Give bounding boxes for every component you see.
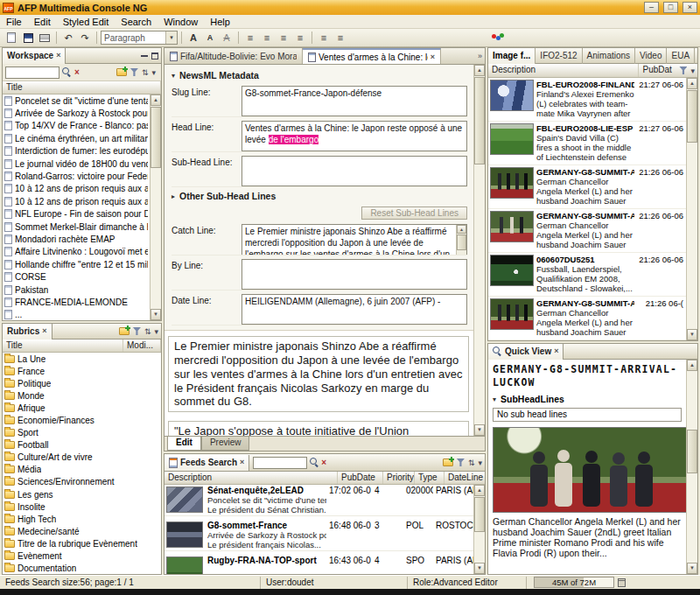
- body-paragraph[interactable]: Le Premier ministre japonais Shinzo Abe …: [168, 336, 469, 412]
- menu-item[interactable]: Edit: [28, 16, 57, 28]
- workspace-item[interactable]: Hollande chiffre "entre 12 et 15 milliar…: [3, 258, 150, 270]
- feeds-search-input[interactable]: [253, 457, 307, 469]
- print-icon[interactable]: [37, 31, 52, 46]
- menu-item[interactable]: Help: [204, 16, 236, 28]
- images-tab[interactable]: Image f...: [488, 48, 536, 64]
- scrollbar-thumb[interactable]: [687, 430, 697, 473]
- align-left-icon[interactable]: ≡: [242, 31, 258, 46]
- scrollbar-thumb[interactable]: [474, 497, 485, 532]
- column-type[interactable]: Type: [415, 472, 444, 484]
- rubric-item[interactable]: Afrique: [3, 402, 161, 414]
- column-title[interactable]: Title: [3, 81, 161, 94]
- view-menu-icon[interactable]: ▾: [154, 327, 158, 336]
- workspace-item[interactable]: ...: [3, 309, 150, 320]
- sort-icon[interactable]: ⇅: [144, 327, 151, 336]
- close-icon[interactable]: ×: [56, 52, 60, 60]
- filter-icon[interactable]: [130, 68, 138, 76]
- feeds-scrollbar[interactable]: ▲ ▼: [473, 485, 485, 574]
- feed-row[interactable]: Rugby-FRA-NA-TOP-sport 16:43 06-0 4 SPO …: [164, 555, 473, 574]
- images-tab[interactable]: IFO2-512: [536, 48, 582, 64]
- column-dateline[interactable]: DateLine: [444, 472, 485, 484]
- minimize-button[interactable]: –: [644, 2, 659, 13]
- filter-icon[interactable]: [679, 66, 687, 74]
- scroll-down-icon[interactable]: ▼: [687, 563, 697, 574]
- rubric-item[interactable]: France: [3, 365, 161, 377]
- rubric-item[interactable]: Medecine/santé: [3, 525, 161, 537]
- body-paragraph[interactable]: "Le Japon s'oppose à toute initiative de…: [168, 421, 469, 436]
- column-title[interactable]: Title: [3, 340, 123, 352]
- editor-scrollbar[interactable]: ▲ ▼: [473, 65, 485, 436]
- workspace-item[interactable]: CORSE: [3, 270, 150, 283]
- subheadlines-header[interactable]: ▾ SubHeadLines: [493, 394, 682, 404]
- menu-item[interactable]: Search: [115, 16, 158, 28]
- workspace-item[interactable]: Mondadori rachète EMAP: [3, 233, 150, 245]
- tab-preview[interactable]: Preview: [201, 437, 250, 451]
- workspace-item[interactable]: Arrivée de Sarkozy à Rostock pour le som…: [3, 107, 150, 119]
- clear-search-icon[interactable]: ×: [321, 458, 326, 467]
- column-pubdate[interactable]: PubDat: [639, 64, 679, 77]
- rubric-item[interactable]: Politique: [3, 377, 161, 389]
- column-priority[interactable]: Priority: [383, 472, 415, 484]
- rubric-item[interactable]: Documentation: [3, 563, 161, 574]
- menu-item[interactable]: Styled Edit: [57, 16, 116, 28]
- workspace-item[interactable]: Top 14/XV de France - Blanco: pas de tou…: [3, 120, 150, 132]
- close-button[interactable]: ×: [682, 2, 697, 13]
- scrollbar-thumb[interactable]: [474, 77, 485, 164]
- scrollbar-thumb[interactable]: [150, 107, 161, 168]
- workspace-item[interactable]: 10 à 12 ans de prison requis aux assises…: [3, 195, 150, 207]
- align-justify-icon[interactable]: ≡: [292, 31, 308, 46]
- scroll-up-icon[interactable]: ▲: [474, 485, 485, 496]
- rubric-item[interactable]: Insolite: [3, 500, 161, 513]
- by-line-field[interactable]: [242, 259, 467, 290]
- close-icon[interactable]: ×: [42, 327, 46, 335]
- image-row[interactable]: GERMANY-G8-SUMMIT-ARR... German Chancell…: [488, 165, 686, 209]
- paragraph-style-select[interactable]: Paragraph ▾: [101, 31, 178, 45]
- scroll-up-icon[interactable]: ▲: [687, 360, 697, 371]
- metadata-section-header[interactable]: ▾ NewsML Metadata: [172, 70, 467, 80]
- rubric-item[interactable]: Sciences/Environnement: [3, 476, 161, 488]
- workspace-search-input[interactable]: [5, 66, 60, 79]
- images-tab[interactable]: Animations: [583, 48, 635, 64]
- column-modified[interactable]: Modi...: [123, 340, 161, 352]
- title-bar[interactable]: AFP AFP Multimedia Console NG – □ ×: [0, 0, 700, 15]
- view-menu-icon[interactable]: ▾: [478, 458, 482, 467]
- image-row[interactable]: GERMANY-G8-SUMMIT-ARR... German Chancell…: [488, 209, 686, 253]
- close-icon[interactable]: ×: [430, 53, 435, 61]
- view-menu-icon[interactable]: ▾: [690, 66, 695, 75]
- add-folder-icon[interactable]: [116, 68, 127, 76]
- workspace-item[interactable]: Le cinéma érythréen, un art militant: [3, 132, 150, 144]
- feed-row[interactable]: G8-sommet-France Arrivée de Sarkozy à Ro…: [164, 520, 473, 551]
- bullet-list-icon[interactable]: ≡: [316, 31, 332, 46]
- workspace-item[interactable]: Pakistan: [3, 284, 150, 296]
- scroll-down-icon[interactable]: ▼: [474, 563, 485, 574]
- rubric-item[interactable]: Monde: [3, 389, 161, 402]
- scroll-up-icon[interactable]: ▲: [457, 225, 466, 234]
- column-pubdate[interactable]: PubDate: [338, 472, 383, 484]
- image-row[interactable]: 060607DU5251 Fussball, Laenderspiel, Qua…: [488, 253, 686, 297]
- column-description[interactable]: Description: [488, 64, 639, 77]
- new-document-icon[interactable]: [4, 31, 19, 46]
- search-icon[interactable]: [62, 67, 72, 77]
- workspace-item[interactable]: Affaire Litvinenko : Lougovoï met en cau…: [3, 246, 150, 258]
- workspace-item[interactable]: Sommet Merkel-Blair dimanche à Berlin po…: [3, 220, 150, 233]
- workspace-item[interactable]: Interdiction de fumer: les eurodéputés a…: [3, 145, 150, 158]
- feed-row[interactable]: Sénat-enquête,2eLEAD Poncelet se dit "vi…: [164, 485, 473, 516]
- menu-item[interactable]: File: [0, 16, 28, 28]
- tab-workspace[interactable]: Workspace ×: [3, 48, 66, 64]
- image-row[interactable]: GERMANY-G8-SUMMIT-ARR... German Chancell…: [488, 297, 686, 340]
- slug-line-field[interactable]: G8-sommet-France-Japon-défense: [242, 86, 467, 116]
- editor-tab-fifa[interactable]: Fifa/Altitude-Bolivie: Evo Moral...: [164, 48, 303, 64]
- garbage-collect-icon[interactable]: [618, 578, 626, 587]
- scroll-up-icon[interactable]: ▲: [474, 65, 485, 76]
- font-bold-icon[interactable]: A: [186, 31, 201, 46]
- workspace-item[interactable]: Poncelet se dit "victime d'une tentative…: [3, 94, 150, 107]
- undo-icon[interactable]: ↶: [60, 31, 76, 46]
- media-colors-icon[interactable]: [490, 31, 506, 46]
- search-icon[interactable]: [310, 458, 319, 467]
- tab-feeds-search[interactable]: Feeds Search ×: [164, 455, 249, 471]
- tab-rubrics[interactable]: Rubrics ×: [3, 324, 52, 340]
- workspace-scrollbar[interactable]: ▲ ▼: [150, 94, 161, 320]
- close-icon[interactable]: ×: [240, 458, 244, 466]
- font-size-icon[interactable]: A: [202, 31, 218, 46]
- filter-icon[interactable]: [457, 458, 465, 466]
